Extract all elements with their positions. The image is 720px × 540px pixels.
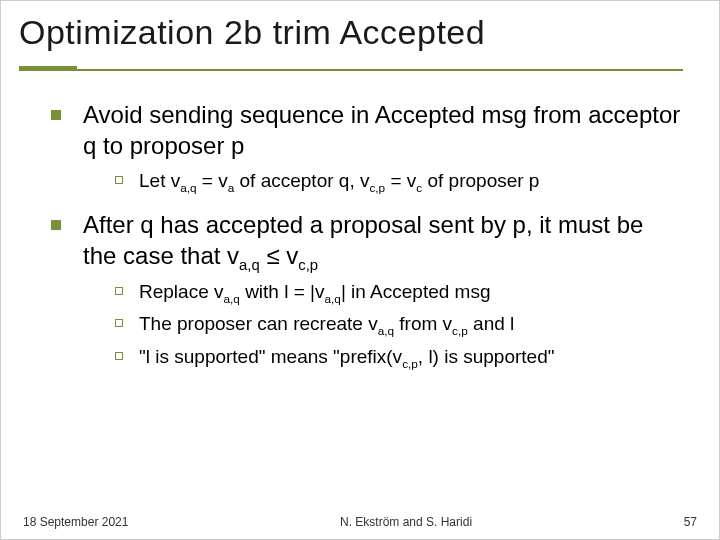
bullet-2a: Replace va,q with l = |va,q| in Accepted… [83, 280, 683, 305]
footer-date: 18 September 2021 [23, 515, 128, 529]
t: from v [394, 313, 452, 334]
t: = v [385, 170, 416, 191]
sub: a,q [378, 324, 394, 337]
bullet-icon [51, 220, 61, 230]
bullet-1a: Let va,q = va of acceptor q, vc,p = vc o… [83, 169, 683, 194]
sub: a,q [180, 181, 196, 194]
bullet-2c: "l is supported" means "prefix(vc,p, l) … [83, 345, 683, 370]
bullet-2b: The proposer can recreate va,q from vc,p… [83, 312, 683, 337]
rule-short [19, 66, 77, 71]
sub-bullet-icon [115, 176, 123, 184]
t: "l is supported" means "prefix(v [139, 346, 402, 367]
t: Let v [139, 170, 180, 191]
sub: c,p [369, 181, 385, 194]
sub: a,q [224, 291, 240, 304]
footer: 18 September 2021 N. Ekström and S. Hari… [1, 515, 719, 529]
bullet-1-text: Avoid sending sequence in Accepted msg f… [83, 101, 680, 159]
t: The proposer can recreate v [139, 313, 378, 334]
t: and l [468, 313, 514, 334]
title-block: Optimization 2b trim Accepted [1, 1, 719, 72]
bullet-2: After q has accepted a proposal sent by … [51, 210, 683, 370]
footer-page: 57 [684, 515, 697, 529]
t: , l) is supported" [418, 346, 555, 367]
bullet-icon [51, 110, 61, 120]
sub-bullet-icon [115, 352, 123, 360]
bullet-1: Avoid sending sequence in Accepted msg f… [51, 100, 683, 194]
slide: Optimization 2b trim Accepted Avoid send… [0, 0, 720, 540]
sub: c,p [452, 324, 468, 337]
t: | in Accepted msg [341, 281, 491, 302]
t: = v [197, 170, 228, 191]
t: of acceptor q, v [234, 170, 369, 191]
t: ≤ v [260, 242, 299, 269]
footer-authors: N. Ekström and S. Haridi [340, 515, 472, 529]
t: Replace v [139, 281, 224, 302]
title-rule [19, 66, 701, 72]
sub: c,p [402, 357, 418, 370]
sub: a,q [325, 291, 341, 304]
sub: a,q [239, 257, 260, 273]
sub-bullet-icon [115, 319, 123, 327]
content: Avoid sending sequence in Accepted msg f… [1, 72, 719, 370]
t: After q has accepted a proposal sent by … [83, 211, 643, 269]
t: of proposer p [422, 170, 539, 191]
rule-long [19, 69, 683, 71]
slide-title: Optimization 2b trim Accepted [19, 13, 701, 64]
t: with l = |v [240, 281, 325, 302]
sub-bullet-icon [115, 287, 123, 295]
sub: c,p [298, 257, 318, 273]
